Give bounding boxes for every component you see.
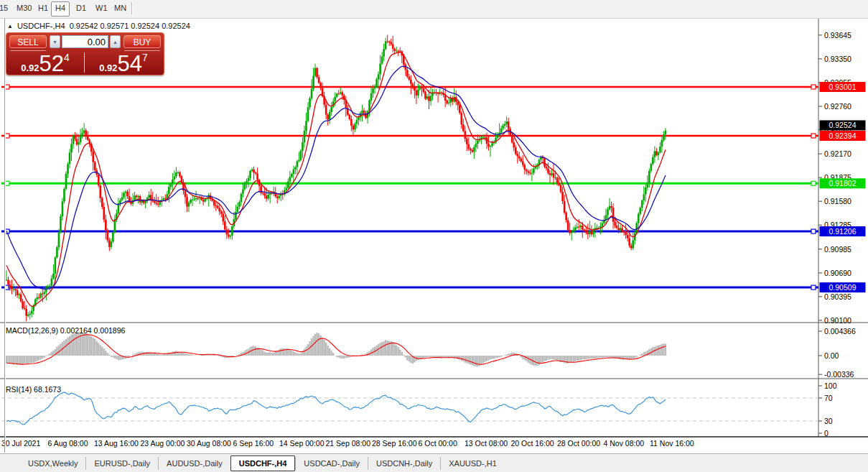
svg-text:0.90985: 0.90985 bbox=[824, 245, 851, 254]
sell-price-sup: 4 bbox=[64, 52, 70, 63]
chart-canvas[interactable]: 0.936450.933500.930550.927600.924650.921… bbox=[0, 19, 868, 453]
chevron-up-icon: ▲ bbox=[113, 40, 118, 45]
svg-text:0.92170: 0.92170 bbox=[824, 149, 851, 158]
timeframe-button-w1[interactable]: W1 bbox=[92, 1, 111, 15]
buy-button[interactable]: BUY bbox=[123, 35, 161, 48]
chart-ohlc-values: 0.92542 0.92571 0.92524 0.92524 bbox=[70, 22, 190, 30]
svg-text:0.00: 0.00 bbox=[824, 351, 839, 360]
svg-text:0.93001: 0.93001 bbox=[829, 83, 857, 91]
svg-text:6 Aug 08:00: 6 Aug 08:00 bbox=[48, 439, 88, 448]
buy-price-sup: 7 bbox=[142, 52, 148, 63]
timeframe-button-h1[interactable]: H1 bbox=[34, 1, 52, 15]
timeframe-button-d1[interactable]: D1 bbox=[73, 1, 90, 15]
chart-tab-bar: USDX,WeeklyEURUSD-,DailyAUDUSD-,DailyUSD… bbox=[0, 453, 868, 472]
chevron-down-icon: ▼ bbox=[52, 40, 57, 45]
buy-price-display[interactable]: 0.92547 bbox=[85, 51, 162, 73]
svg-text:6 Oct 00:00: 6 Oct 00:00 bbox=[419, 439, 457, 448]
svg-text:0.93350: 0.93350 bbox=[824, 55, 851, 63]
svg-text:11 Nov 16:00: 11 Nov 16:00 bbox=[650, 439, 694, 448]
timeframe-button-h4[interactable]: H4 bbox=[51, 1, 70, 17]
chart-window: 0.936450.933500.930550.927600.924650.921… bbox=[0, 19, 868, 453]
svg-text:20 Oct 16:00: 20 Oct 16:00 bbox=[511, 439, 554, 448]
lot-decrease-button[interactable]: ▼ bbox=[50, 35, 60, 48]
window-left-border bbox=[4, 19, 5, 453]
timeframe-toolbar: 15M30H1H4D1W1MN bbox=[0, 0, 868, 19]
sell-price-prefix: 0.92 bbox=[21, 63, 39, 73]
tab-eurusd-daily[interactable]: EURUSD-,Daily bbox=[85, 457, 158, 470]
svg-text:23 Aug 00:00: 23 Aug 00:00 bbox=[141, 439, 185, 448]
svg-text:30: 30 bbox=[824, 417, 833, 425]
tab-usdcnh-daily[interactable]: USDCNH-,Daily bbox=[368, 457, 440, 470]
sell-button[interactable]: SELL bbox=[9, 35, 47, 48]
svg-text:6 Sep 16:00: 6 Sep 16:00 bbox=[233, 439, 274, 448]
tab-usdx-weekly[interactable]: USDX,Weekly bbox=[20, 457, 85, 470]
svg-text:MACD(12,26,9) 0.002164 0.00189: MACD(12,26,9) 0.002164 0.001896 bbox=[6, 326, 126, 335]
price-divider bbox=[84, 52, 85, 73]
buy-price-prefix: 0.92 bbox=[99, 63, 117, 73]
svg-text:0.90395: 0.90395 bbox=[824, 292, 851, 301]
one-click-trading-panel: SELL ▼ ▲ BUY 0.92524 0.92547 bbox=[6, 32, 164, 75]
svg-text:28 Sep 16:00: 28 Sep 16:00 bbox=[372, 439, 417, 448]
sell-price-big: 52 bbox=[39, 51, 64, 76]
timeframe-button-mn[interactable]: MN bbox=[111, 1, 130, 15]
chart-title: ▲USDCHF-,H4 0.92542 0.92571 0.92524 0.92… bbox=[7, 22, 190, 30]
svg-text:RSI(14) 68.1673: RSI(14) 68.1673 bbox=[6, 385, 61, 394]
svg-text:0.90509: 0.90509 bbox=[829, 283, 857, 292]
tab-usdchf-h4[interactable]: USDCHF-,H4 bbox=[230, 455, 296, 471]
collapse-panel-icon[interactable]: ▲ bbox=[7, 23, 13, 29]
svg-text:0.90100: 0.90100 bbox=[824, 316, 851, 325]
svg-text:0.93645: 0.93645 bbox=[824, 31, 851, 40]
svg-text:30 Aug 08:00: 30 Aug 08:00 bbox=[187, 439, 231, 448]
svg-text:0.92760: 0.92760 bbox=[824, 102, 851, 111]
tab-audusd-daily[interactable]: AUDUSD-,Daily bbox=[158, 457, 230, 470]
svg-text:21 Sep 08:00: 21 Sep 08:00 bbox=[326, 439, 371, 448]
svg-text:28 Oct 00:00: 28 Oct 00:00 bbox=[557, 439, 600, 448]
svg-text:0.92524: 0.92524 bbox=[829, 121, 857, 129]
svg-text:100: 100 bbox=[824, 381, 837, 390]
svg-text:30 Jul 2021: 30 Jul 2021 bbox=[1, 439, 40, 448]
lot-size-input[interactable] bbox=[62, 35, 108, 48]
buy-price-big: 54 bbox=[118, 51, 142, 76]
chart-symbol-label: USDCHF-,H4 bbox=[17, 22, 65, 30]
timeframe-button-m30[interactable]: M30 bbox=[13, 1, 35, 15]
svg-text:0.91206: 0.91206 bbox=[829, 227, 857, 236]
mt4-application: 15M30H1H4D1W1MN 0.936450.933500.930550.9… bbox=[0, 0, 868, 472]
tab-usdcad-daily[interactable]: USDCAD-,Daily bbox=[295, 457, 368, 470]
svg-text:0: 0 bbox=[824, 429, 829, 438]
svg-text:0.92394: 0.92394 bbox=[829, 131, 857, 140]
sell-price-display[interactable]: 0.92524 bbox=[7, 51, 83, 73]
lot-increase-button[interactable]: ▲ bbox=[110, 35, 121, 48]
timeframe-button-15[interactable]: 15 bbox=[0, 1, 11, 15]
svg-text:70: 70 bbox=[824, 394, 833, 402]
svg-text:0.004366: 0.004366 bbox=[824, 327, 856, 336]
svg-text:13 Oct 08:00: 13 Oct 08:00 bbox=[465, 439, 508, 448]
svg-text:-0.00336: -0.00336 bbox=[824, 370, 854, 379]
svg-text:0.90690: 0.90690 bbox=[824, 269, 851, 277]
toolbar-separator bbox=[131, 2, 132, 14]
tab-xauusd-h1[interactable]: XAUUSD-,H1 bbox=[440, 457, 505, 470]
svg-text:14 Sep 00:00: 14 Sep 00:00 bbox=[279, 439, 325, 448]
svg-text:13 Aug 16:00: 13 Aug 16:00 bbox=[94, 439, 139, 448]
svg-text:0.91802: 0.91802 bbox=[829, 179, 857, 188]
svg-text:0.91580: 0.91580 bbox=[824, 197, 851, 205]
svg-text:4 Nov 08:00: 4 Nov 08:00 bbox=[604, 439, 645, 448]
